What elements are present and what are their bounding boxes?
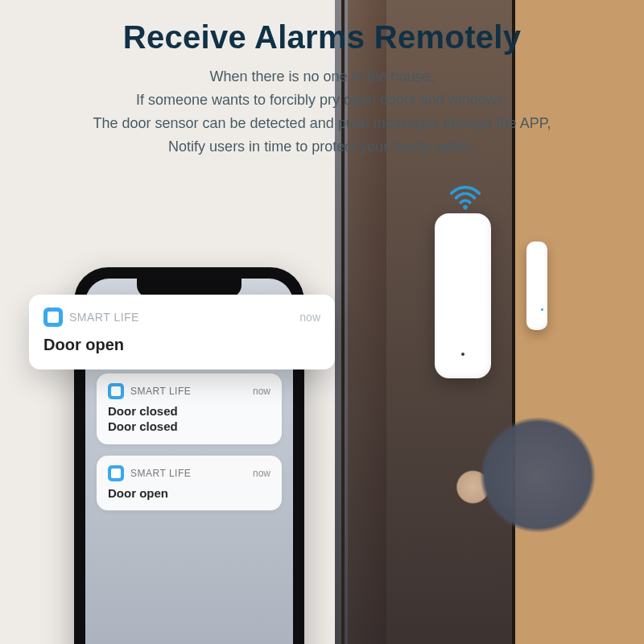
- page-title: Receive Alarms Remotely: [0, 19, 644, 56]
- notification-time: now: [253, 468, 270, 479]
- svg-point-0: [463, 205, 468, 210]
- page-subtitle: When there is no one in the house, If so…: [0, 65, 644, 159]
- door-sensor-main: [435, 213, 491, 378]
- notification-body: Door open: [108, 486, 270, 502]
- app-icon: [43, 308, 63, 327]
- notification-card[interactable]: SMART LIFE now Door closed Door closed: [97, 374, 282, 444]
- notification-time: now: [253, 386, 270, 397]
- hero-notification-card[interactable]: SMART LIFE now Door open: [29, 295, 335, 369]
- notification-list: SMART LIFE now Door closed Door closed S…: [97, 374, 282, 510]
- app-icon: [108, 383, 124, 399]
- notification-body: Door closed Door closed: [108, 404, 270, 435]
- notification-app-name: SMART LIFE: [130, 386, 191, 397]
- notification-app-name: SMART LIFE: [69, 311, 139, 324]
- notification-body: Door open: [43, 335, 320, 355]
- intruder-figure: [427, 402, 612, 644]
- notification-card[interactable]: SMART LIFE now Door open: [97, 456, 282, 511]
- wifi-icon: [447, 177, 484, 214]
- notification-app-name: SMART LIFE: [130, 468, 191, 479]
- marketing-header: Receive Alarms Remotely When there is no…: [0, 0, 644, 159]
- app-icon: [108, 465, 124, 481]
- door-sensor-magnet: [526, 242, 547, 330]
- notification-time: now: [299, 311, 320, 324]
